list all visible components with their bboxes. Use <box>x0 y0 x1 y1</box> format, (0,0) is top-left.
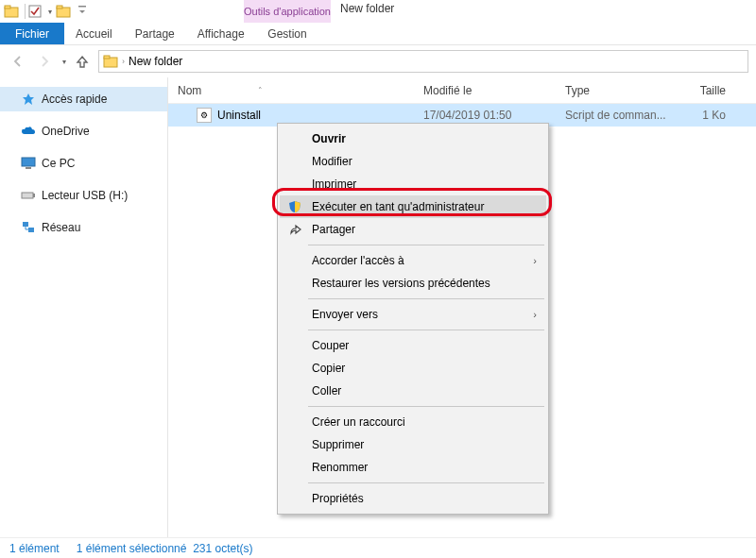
sidebar-item-label: Lecteur USB (H:) <box>42 189 128 202</box>
menu-open[interactable]: Ouvrir <box>280 127 546 150</box>
menu-print[interactable]: Imprimer <box>280 173 546 195</box>
usb-icon <box>21 188 36 203</box>
nav-back-button[interactable] <box>8 51 28 72</box>
sidebar-item-onedrive[interactable]: OneDrive <box>0 119 167 144</box>
status-selection: 1 élément sélectionné 231 octet(s) <box>77 542 253 555</box>
nav-history-dropdown-icon[interactable]: ▾ <box>62 58 66 66</box>
svg-rect-11 <box>22 193 33 198</box>
file-modified: 17/04/2019 01:50 <box>414 109 556 122</box>
menu-edit[interactable]: Modifier <box>280 150 546 173</box>
cloud-icon <box>21 124 36 139</box>
menu-separator <box>308 482 544 483</box>
svg-rect-12 <box>33 194 35 197</box>
address-bar[interactable]: › New folder <box>98 50 748 73</box>
column-headers: Nom ˄ Modifié le Type Taille <box>168 77 756 104</box>
tab-file[interactable]: Fichier <box>0 23 64 44</box>
file-name: Uninstall <box>217 109 261 122</box>
menu-separator <box>308 245 544 245</box>
script-file-icon: ⚙ <box>197 108 212 123</box>
folder-icon <box>4 4 19 19</box>
svg-rect-7 <box>104 56 110 59</box>
sidebar-item-this-pc[interactable]: Ce PC <box>0 151 167 176</box>
new-folder-qat-icon[interactable] <box>56 4 71 19</box>
sidebar-item-label: OneDrive <box>42 125 90 138</box>
file-type: Script de comman... <box>556 109 669 122</box>
svg-rect-4 <box>57 6 62 8</box>
nav-up-button[interactable] <box>72 51 93 72</box>
column-header-size[interactable]: Taille <box>669 84 735 97</box>
status-item-count: 1 élément <box>9 542 60 555</box>
ribbon-tabs: Fichier Accueil Partage Affichage <box>0 23 756 45</box>
menu-paste[interactable]: Coller <box>280 380 546 402</box>
menu-copy[interactable]: Copier <box>280 357 546 380</box>
nav-forward-button[interactable] <box>34 51 55 72</box>
svg-rect-14 <box>28 228 34 232</box>
svg-marker-8 <box>23 93 34 105</box>
network-icon <box>21 220 36 235</box>
sidebar-item-label: Accès rapide <box>42 93 107 106</box>
menu-share[interactable]: Partager <box>280 218 546 241</box>
menu-separator <box>308 298 544 299</box>
sidebar-item-label: Ce PC <box>42 157 75 170</box>
chevron-right-icon[interactable]: › <box>122 57 125 66</box>
menu-separator <box>308 406 544 407</box>
tab-share[interactable]: Partage <box>124 23 186 44</box>
pc-icon <box>21 156 36 171</box>
contextual-tab-header: Outils d'application <box>244 0 331 23</box>
tab-home[interactable]: Accueil <box>64 23 124 44</box>
svg-rect-9 <box>22 158 35 166</box>
menu-create-shortcut[interactable]: Créer un raccourci <box>280 411 546 433</box>
chevron-right-icon: › <box>533 255 537 266</box>
menu-rename[interactable]: Renommer <box>280 456 546 479</box>
file-size: 1 Ko <box>669 109 735 122</box>
menu-grant-access[interactable]: Accorder l'accès à› <box>280 249 546 272</box>
sidebar-item-label: Réseau <box>42 221 80 234</box>
column-header-name[interactable]: Nom ˄ <box>168 84 414 97</box>
column-header-type[interactable]: Type <box>556 84 669 97</box>
menu-send-to[interactable]: Envoyer vers› <box>280 303 546 326</box>
navigation-bar: ▾ › New folder <box>0 45 756 77</box>
star-icon <box>21 92 36 107</box>
sidebar-item-quick-access[interactable]: Accès rapide <box>0 87 167 111</box>
breadcrumb-item[interactable]: New folder <box>129 55 182 68</box>
share-icon <box>287 222 302 237</box>
chevron-right-icon: › <box>533 309 537 320</box>
menu-run-as-admin[interactable]: Exécuter en tant qu'administrateur <box>280 195 546 218</box>
column-header-modified[interactable]: Modifié le <box>414 84 556 97</box>
menu-cut[interactable]: Couper <box>280 334 546 357</box>
menu-properties[interactable]: Propriétés <box>280 487 546 510</box>
folder-icon <box>103 54 118 69</box>
qat-overflow-icon[interactable] <box>75 4 90 19</box>
shield-icon <box>287 199 302 214</box>
tab-manage[interactable]: Gestion <box>244 23 331 45</box>
menu-delete[interactable]: Supprimer <box>280 433 546 456</box>
context-menu: Ouvrir Modifier Imprimer Exécuter en tan… <box>277 123 549 515</box>
properties-checkbox-icon[interactable] <box>27 4 43 19</box>
sidebar-item-network[interactable]: Réseau <box>0 215 167 240</box>
svg-rect-10 <box>26 167 31 169</box>
window-title: New folder <box>340 2 394 15</box>
separator <box>25 4 26 19</box>
menu-separator <box>308 330 544 330</box>
sort-indicator-icon: ˄ <box>258 86 263 95</box>
svg-rect-2 <box>29 6 41 17</box>
navigation-pane: Accès rapide OneDrive Ce PC Lecteur USB … <box>0 77 168 537</box>
qat-dropdown-icon[interactable]: ▾ <box>48 8 52 16</box>
svg-rect-13 <box>23 222 28 227</box>
svg-rect-5 <box>78 6 86 8</box>
menu-restore-versions[interactable]: Restaurer les versions précédentes <box>280 272 546 295</box>
svg-rect-1 <box>5 6 10 8</box>
sidebar-item-usb-drive[interactable]: Lecteur USB (H:) <box>0 183 167 208</box>
status-bar: 1 élément 1 élément sélectionné 231 octe… <box>0 537 756 558</box>
